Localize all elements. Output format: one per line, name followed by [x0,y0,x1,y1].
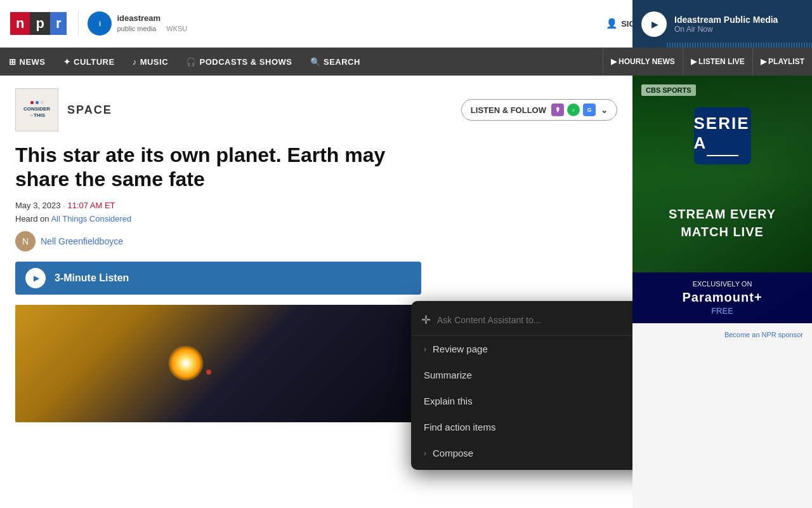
article-meta: May 3, 2023 · 11:07 AM ET [15,201,617,210]
google-podcasts-icon: G [583,104,596,116]
stream-every-text: STREAM EVERY [632,207,812,222]
sidebar-ad[interactable]: CBS SPORTS SERIE A STREAM EVERY MATCH LI… [632,76,812,323]
podcast-thumbnail[interactable]: CONSIDER→THIS [15,88,58,131]
article-time: 11:07 AM ET [67,201,115,210]
play-bar[interactable]: ▶ 3-Minute Listen [15,262,421,295]
news-icon: ⊞ [9,57,16,67]
context-menu-item-review[interactable]: › Review page [411,336,632,362]
star-burst [168,346,203,381]
nav-news[interactable]: ⊞ NEWS [0,48,55,76]
music-icon: ♪ [133,57,137,67]
podcasts-icon: 🎧 [186,57,197,67]
n-letter: n [10,12,30,35]
nav-bar: ⊞ NEWS ✦ CULTURE ♪ MUSIC 🎧 PODCASTS & SH… [0,48,812,76]
heard-on: Heard on All Things Considered [15,214,617,224]
r-letter: r [50,12,67,35]
play-icon: ▶ [652,19,658,29]
ideastream-icon: i [88,11,112,36]
author-name-link[interactable]: Nell Greenfieldboyce [41,236,123,246]
search-icon: 🔍 [310,57,321,67]
nav-items: ⊞ NEWS ✦ CULTURE ♪ MUSIC 🎧 PODCASTS & SH… [0,48,603,76]
context-menu-item-explain[interactable]: Explain this [411,388,632,414]
listen-follow-label: LISTEN & FOLLOW [471,105,546,115]
context-menu-item-compose[interactable]: › Compose [411,440,632,466]
planet-dot [206,370,211,375]
nav-right: ▶ HOURLY NEWS ▶ LISTEN LIVE ▶ PLAYLIST [603,48,812,76]
p-letter: p [30,12,49,35]
nav-listen-live[interactable]: ▶ LISTEN LIVE [683,48,753,76]
nav-culture[interactable]: ✦ CULTURE [55,48,124,76]
sidebar: CBS SPORTS SERIE A STREAM EVERY MATCH LI… [632,76,812,508]
context-menu-search-input[interactable] [437,315,632,325]
spotify-icon: ♪ [567,104,580,116]
context-menu-item-action-items[interactable]: Find action items [411,414,632,440]
match-live-text: MATCH LIVE [632,225,812,239]
culture-icon: ✦ [63,57,71,67]
context-menu-item-summarize[interactable]: Summarize [411,362,632,388]
listen-follow-button[interactable]: LISTEN & FOLLOW 🎙 ♪ G ⌄ [461,99,617,121]
article-date: May 3, 2023 [15,201,61,210]
listen-label: 3-Minute Listen [55,272,129,284]
nav-music[interactable]: ♪ MUSIC [124,48,177,76]
ad-background: CBS SPORTS SERIE A STREAM EVERY MATCH LI… [632,76,812,323]
sidebar-sponsor: Become an NPR sponsor [632,323,812,345]
podcast-label: SPACE [67,104,112,117]
heard-on-show-link[interactable]: All Things Considered [51,214,131,224]
now-playing-bar[interactable]: ▶ Ideastream Public Media On Air Now [632,0,812,48]
nav-podcasts[interactable]: 🎧 PODCASTS & SHOWS [177,48,301,76]
podcast-dots [30,101,44,104]
ideastream-text: ideastream public media WKSU [117,13,187,33]
apple-podcasts-icon: 🎙 [551,104,564,116]
npr-logo[interactable]: n p r [10,12,67,35]
chevron-down-icon: ⌄ [601,105,608,115]
play-triangle-icon: ▶ [34,274,39,283]
ideastream-logo[interactable]: i ideastream public media WKSU [78,11,187,36]
chevron-right-icon: › [424,345,426,354]
chevron-right-icon-compose: › [424,449,426,458]
context-menu-search-row: ✛ 🎙 [411,305,632,336]
podcast-platform-icons: 🎙 ♪ G [551,104,596,116]
become-sponsor-link[interactable]: Become an NPR sponsor [724,331,803,338]
plus-icon: ✛ [421,313,431,327]
person-icon: 👤 [606,18,618,29]
article-title: This star ate its own planet. Earth may … [15,143,421,192]
audio-wave [667,43,812,48]
context-menu: ✛ 🎙 › Review page Summarize Explain this… [411,301,632,470]
podcast-header: CONSIDER→THIS SPACE LISTEN & FOLLOW 🎙 ♪ … [15,88,617,131]
author-avatar: N [15,231,36,251]
serie-a-logo: SERIE A [694,107,751,164]
nav-hourly-news[interactable]: ▶ HOURLY NEWS [603,48,683,76]
article-image [15,305,421,422]
author-line: N Nell Greenfieldboyce [15,231,617,251]
now-playing-info: Ideastream Public Media On Air Now [674,15,778,34]
play-button-circle[interactable]: ▶ [641,11,667,37]
play-button[interactable]: ▶ [25,268,46,288]
paramount-banner: EXCLUSIVELY ON Paramount+ FREE [632,272,812,323]
nav-search[interactable]: 🔍 SEARCH [301,48,369,76]
nav-playlist[interactable]: ▶ PLAYLIST [753,48,812,76]
main-layout: CONSIDER→THIS SPACE LISTEN & FOLLOW 🎙 ♪ … [0,76,812,508]
podcast-name-thumb: CONSIDER→THIS [23,106,50,118]
content-area: CONSIDER→THIS SPACE LISTEN & FOLLOW 🎙 ♪ … [0,76,632,508]
